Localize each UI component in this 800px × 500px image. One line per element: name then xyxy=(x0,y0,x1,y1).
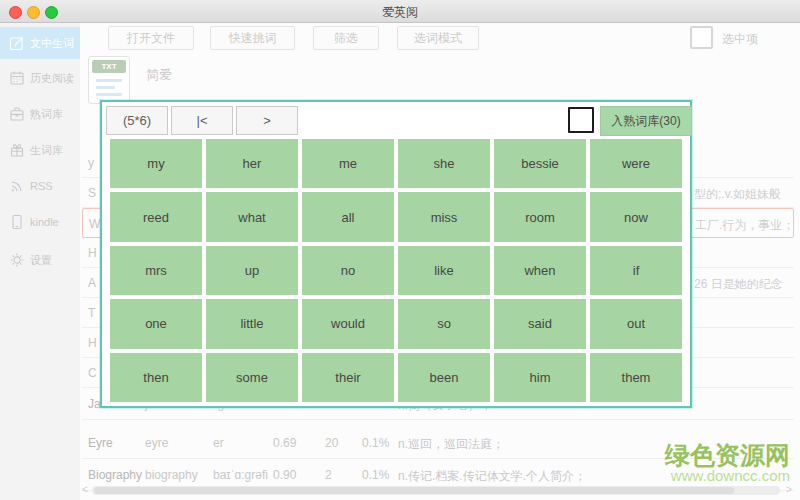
sidebar-item-new-words[interactable]: 文中生词 xyxy=(0,27,80,59)
row-definition-fragment: 型的;.v.如姐妹般 xyxy=(694,186,790,203)
cell-count: 20 xyxy=(325,436,338,450)
row-word-fragment: W xyxy=(89,217,100,231)
calendar-icon xyxy=(9,70,25,86)
row-word-fragment: T xyxy=(88,306,95,320)
word-pick-dialog: (5*6) |< > 入熟词库(30) my her me she bessie… xyxy=(100,100,692,408)
sidebar-item-label: 设置 xyxy=(30,253,52,268)
rss-icon xyxy=(9,178,25,194)
word-card[interactable]: she xyxy=(398,139,490,188)
word-card[interactable]: my xyxy=(110,139,202,188)
word-card[interactable]: him xyxy=(494,353,586,402)
word-card[interactable]: up xyxy=(206,246,298,295)
cell-frequency: 0.69 xyxy=(273,436,296,450)
cell-phonetic: er xyxy=(213,436,224,450)
cell-lemma: eyre xyxy=(145,436,168,450)
doc-line-decoration xyxy=(96,79,122,82)
quick-pick-words-button[interactable]: 快速挑词 xyxy=(210,26,295,50)
word-card[interactable]: all xyxy=(302,192,394,241)
word-card[interactable]: now xyxy=(590,192,682,241)
word-card[interactable]: little xyxy=(206,299,298,348)
device-icon xyxy=(9,214,25,230)
add-to-known-words-button[interactable]: 入熟词库(30) xyxy=(600,106,692,136)
word-card[interactable]: bessie xyxy=(494,139,586,188)
watermark-url: www.downcc.com xyxy=(665,468,790,484)
horizontal-scrollbar[interactable] xyxy=(92,486,780,495)
txt-file-icon[interactable]: TXT xyxy=(88,56,130,104)
word-card[interactable]: me xyxy=(302,139,394,188)
word-card[interactable]: miss xyxy=(398,192,490,241)
word-card[interactable]: like xyxy=(398,246,490,295)
cell-phonetic: baɪˈɑ:grəfi xyxy=(213,468,268,482)
cell-count: 2 xyxy=(325,468,332,482)
word-card[interactable]: what xyxy=(206,192,298,241)
doc-line-decoration xyxy=(96,93,122,96)
word-card[interactable]: were xyxy=(590,139,682,188)
word-card[interactable]: mrs xyxy=(110,246,202,295)
word-select-mode-button[interactable]: 选词模式 xyxy=(397,26,479,50)
word-card[interactable]: them xyxy=(590,353,682,402)
sidebar-item-label: RSS xyxy=(30,180,53,192)
word-card[interactable]: some xyxy=(206,353,298,402)
sidebar: 文中生词 历史阅读 熟词库 生词库 RSS kindle 设置 xyxy=(0,22,81,500)
word-card[interactable]: out xyxy=(590,299,682,348)
sidebar-item-label: 历史阅读 xyxy=(30,71,74,86)
select-all-checkbox[interactable] xyxy=(690,26,713,49)
cell-percent: 0.1% xyxy=(362,468,389,482)
row-definition-fragment: 工厂.行为，事业； xyxy=(695,217,791,234)
selected-items-label: 选中项 xyxy=(722,31,758,48)
sidebar-item-rss[interactable]: RSS xyxy=(0,170,80,202)
gear-icon xyxy=(9,252,25,268)
word-card[interactable]: if xyxy=(590,246,682,295)
book-title: 简爱 xyxy=(146,66,172,84)
sidebar-item-vocab-book[interactable]: 生词库 xyxy=(0,134,80,166)
word-card[interactable]: said xyxy=(494,299,586,348)
word-card[interactable]: so xyxy=(398,299,490,348)
sidebar-item-known-words[interactable]: 熟词库 xyxy=(0,98,80,130)
word-card[interactable]: her xyxy=(206,139,298,188)
word-card[interactable]: when xyxy=(494,246,586,295)
cell-word: Eyre xyxy=(88,436,113,450)
word-card[interactable]: one xyxy=(110,299,202,348)
watermark-site-name: 绿色资源网 xyxy=(665,442,790,468)
sidebar-item-history[interactable]: 历史阅读 xyxy=(0,62,80,94)
sidebar-item-settings[interactable]: 设置 xyxy=(0,244,80,276)
cell-percent: 0.1% xyxy=(362,436,389,450)
sidebar-item-label: 熟词库 xyxy=(30,107,63,122)
select-all-words-checkbox[interactable] xyxy=(568,107,594,133)
word-card[interactable]: no xyxy=(302,246,394,295)
titlebar: 爱英阅 xyxy=(0,0,800,23)
row-definition-fragment: 26 日是她的纪念 xyxy=(694,276,790,293)
cell-definition: n.巡回，巡回法庭； xyxy=(398,436,504,453)
row-word-fragment: H xyxy=(88,246,97,260)
scrollbar-thumb[interactable] xyxy=(94,487,734,494)
word-card[interactable]: their xyxy=(302,353,394,402)
row-word-fragment: A xyxy=(88,276,96,290)
sidebar-item-kindle[interactable]: kindle xyxy=(0,206,80,238)
cell-lemma: biography xyxy=(145,468,198,482)
row-word-fragment: H xyxy=(88,336,97,350)
grid-size-button[interactable]: (5*6) xyxy=(106,106,168,135)
doc-line-decoration xyxy=(96,86,115,89)
compose-icon xyxy=(9,35,25,51)
row-word-fragment: C xyxy=(88,366,97,380)
cell-frequency: 0.90 xyxy=(273,468,296,482)
word-card[interactable]: would xyxy=(302,299,394,348)
scroll-left-arrow[interactable]: < xyxy=(82,484,88,495)
word-card[interactable]: reed xyxy=(110,192,202,241)
open-file-button[interactable]: 打开文件 xyxy=(108,26,194,50)
word-card[interactable]: room xyxy=(494,192,586,241)
scroll-right-arrow[interactable]: > xyxy=(786,484,792,495)
first-page-button[interactable]: |< xyxy=(171,106,233,135)
next-page-button[interactable]: > xyxy=(236,106,298,135)
sidebar-item-label: 文中生词 xyxy=(30,36,74,51)
cell-definition: n.传记.档案.传记体文学.个人简介； xyxy=(398,468,586,485)
filter-button[interactable]: 筛选 xyxy=(313,26,379,50)
txt-badge: TXT xyxy=(92,60,126,73)
sidebar-item-label: 生词库 xyxy=(30,143,63,158)
word-card[interactable]: then xyxy=(110,353,202,402)
word-card[interactable]: been xyxy=(398,353,490,402)
briefcase-icon xyxy=(9,106,25,122)
watermark: 绿色资源网 www.downcc.com xyxy=(665,442,790,484)
sidebar-item-label: kindle xyxy=(30,216,59,228)
window-title: 爱英阅 xyxy=(0,4,800,21)
